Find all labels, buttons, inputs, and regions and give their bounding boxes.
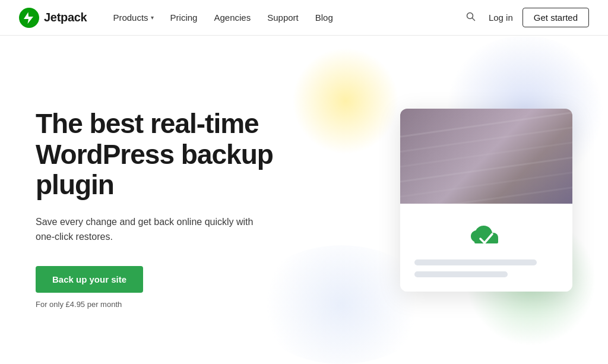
get-started-button[interactable]: Get started bbox=[522, 8, 589, 27]
svg-line-2 bbox=[472, 18, 474, 20]
cloud-check-icon bbox=[467, 220, 505, 250]
price-note: For only £4.95 per month bbox=[36, 300, 297, 309]
nav-right: Log in Get started bbox=[463, 8, 589, 27]
card-lines bbox=[414, 259, 558, 277]
card-line-1 bbox=[414, 259, 537, 265]
nav-blog[interactable]: Blog bbox=[308, 9, 340, 26]
search-icon bbox=[466, 12, 476, 21]
hero-section: The best real-time WordPress backup plug… bbox=[0, 36, 608, 364]
nav-products[interactable]: Products ▾ bbox=[106, 9, 160, 26]
nav-pricing[interactable]: Pricing bbox=[163, 9, 205, 26]
card-image bbox=[400, 109, 572, 204]
search-button[interactable] bbox=[463, 8, 479, 27]
products-chevron-icon: ▾ bbox=[151, 14, 154, 21]
hero-left: The best real-time WordPress backup plug… bbox=[0, 36, 297, 364]
card-line-2 bbox=[414, 271, 508, 277]
card-body bbox=[400, 204, 572, 292]
main-nav: Jetpack Products ▾ Pricing Agencies Supp… bbox=[0, 0, 608, 36]
nav-links: Products ▾ Pricing Agencies Support Blog bbox=[106, 9, 463, 26]
hero-subtitle: Save every change and get back online qu… bbox=[36, 215, 261, 245]
jetpack-logo-icon bbox=[19, 8, 39, 28]
nav-support[interactable]: Support bbox=[260, 9, 306, 26]
card-image-overlay bbox=[400, 109, 572, 204]
hero-title: The best real-time WordPress backup plug… bbox=[36, 109, 297, 201]
logo[interactable]: Jetpack bbox=[19, 8, 87, 28]
cta-button[interactable]: Back up your site bbox=[36, 266, 143, 293]
hero-right bbox=[400, 109, 572, 292]
brand-name: Jetpack bbox=[44, 11, 87, 24]
login-link[interactable]: Log in bbox=[489, 12, 513, 23]
backup-card bbox=[400, 109, 572, 292]
nav-agencies[interactable]: Agencies bbox=[207, 9, 258, 26]
blob-yellow bbox=[292, 48, 399, 154]
